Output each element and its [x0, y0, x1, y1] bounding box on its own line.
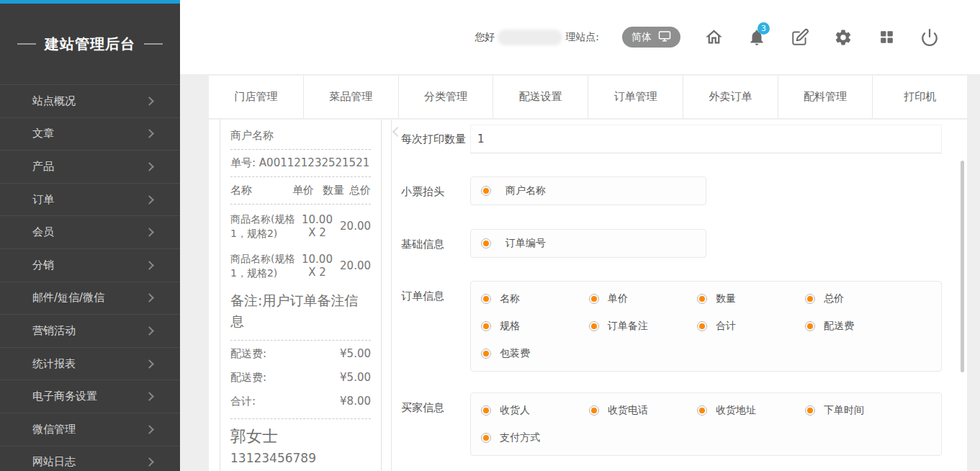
app-title: 建站管理后台 — [0, 4, 180, 84]
receipt-fees: 配送费: ¥5.00 配送费: ¥5.00 合计: ¥8.00 — [230, 347, 371, 408]
radio-selected-icon[interactable] — [589, 405, 599, 416]
printer-settings-panel: 商户名称 单号: A001121232521521 名称 单价 数量 总价 商品… — [209, 120, 967, 471]
section-options-box: 收货人 收货电话 收货地址 下单时间 支付方式 — [470, 392, 942, 456]
tab[interactable]: 订单管理 — [588, 76, 683, 118]
radio-option[interactable]: 收货电话 — [589, 404, 697, 417]
radio-option-label: 包装费 — [500, 347, 530, 360]
power-logout-icon[interactable] — [920, 27, 940, 48]
radio-option[interactable]: 总价 — [805, 292, 913, 305]
sidebar-item[interactable]: 文章 — [0, 117, 180, 151]
radio-selected-icon[interactable] — [589, 294, 599, 304]
tab[interactable]: 配送设置 — [493, 76, 588, 118]
radio-selected-icon[interactable] — [481, 405, 491, 416]
receipt-fee-row: 配送费: ¥5.00 — [230, 371, 371, 385]
radio-selected-icon[interactable] — [481, 294, 491, 304]
radio-selected-icon[interactable] — [805, 405, 815, 416]
radio-option[interactable]: 订单备注 — [589, 320, 697, 333]
divider — [230, 176, 371, 177]
radio-selected-icon[interactable] — [481, 321, 491, 331]
sidebar-item-label: 营销活动 — [32, 324, 146, 338]
sidebar-item-label: 订单 — [32, 193, 146, 207]
radio-option[interactable]: 数量 — [697, 292, 805, 305]
radio-selected-icon[interactable] — [481, 238, 491, 248]
radio-option[interactable]: 包装费 — [481, 347, 589, 360]
radio-selected-icon[interactable] — [697, 405, 707, 416]
sidebar-item[interactable]: 订单 — [0, 183, 180, 216]
divider — [230, 340, 371, 341]
item-price-qty: 10.00 X 2 — [297, 213, 338, 239]
chevron-right-icon — [145, 261, 154, 270]
fee-label: 配送费: — [230, 347, 266, 361]
print-count-label: 每次打印数量 — [401, 133, 470, 146]
sidebar-item[interactable]: 营销活动 — [0, 314, 180, 347]
radio-option[interactable]: 名称 — [481, 292, 589, 305]
settings-sections: 小票抬头 商户名称 基础信息 订单编号 订单信息 名称 单价 数量 总价 规格 — [401, 176, 942, 456]
settings-gear-icon[interactable] — [833, 27, 853, 48]
tab-label: 订单管理 — [613, 90, 657, 104]
tab[interactable]: 菜品管理 — [303, 76, 398, 118]
sidebar-item[interactable]: 邮件/短信/微信 — [0, 282, 180, 315]
radio-option-label: 订单备注 — [608, 320, 648, 333]
tab-label: 配料管理 — [804, 90, 847, 104]
notifications-bell-icon[interactable]: 3 — [747, 27, 767, 48]
settings-section-row: 订单信息 名称 单价 数量 总价 规格 订单备注 合计 配送费 包装费 — [401, 281, 942, 372]
fee-label: 合计: — [230, 395, 256, 408]
sidebar-item[interactable]: 统计报表 — [0, 347, 180, 380]
sidebar-item[interactable]: 站点概况 — [0, 84, 180, 117]
settings-form: 每次打印数量 小票抬头 商户名称 基础信息 订单编号 订单信息 名称 单价 数量 — [391, 120, 967, 471]
sidebar-item-label: 站点概况 — [32, 94, 146, 108]
home-icon[interactable] — [703, 27, 724, 48]
sidebar-item[interactable]: 电子商务设置 — [0, 380, 180, 413]
radio-option-label: 支付方式 — [500, 431, 540, 444]
vertical-scrollbar[interactable] — [961, 161, 964, 372]
radio-selected-icon[interactable] — [589, 321, 599, 331]
tab[interactable]: 打印机 — [872, 76, 967, 118]
radio-option[interactable]: 单价 — [589, 292, 697, 305]
radio-option[interactable]: 订单编号 — [481, 237, 589, 250]
radio-option[interactable]: 支付方式 — [481, 431, 589, 444]
radio-option[interactable]: 规格 — [481, 320, 589, 333]
options-row: 支付方式 — [481, 424, 941, 452]
censored-site-name — [498, 30, 562, 45]
radio-option[interactable]: 收货人 — [481, 404, 589, 417]
sidebar-item[interactable]: 产品 — [0, 150, 180, 183]
radio-option[interactable]: 下单时间 — [805, 404, 913, 417]
section-options-box: 商户名称 — [470, 176, 706, 205]
options-row: 包装费 — [481, 340, 941, 367]
section-label: 订单信息 — [401, 281, 470, 372]
sidebar-item[interactable]: 网站日志 — [0, 446, 180, 471]
radio-option[interactable]: 合计 — [697, 320, 805, 333]
sidebar-item[interactable]: 会员 — [0, 215, 180, 248]
chevron-right-icon — [145, 392, 154, 401]
tab[interactable]: 外卖订单 — [683, 76, 778, 118]
radio-selected-icon[interactable] — [697, 294, 707, 304]
tab[interactable]: 配料管理 — [778, 76, 873, 118]
radio-selected-icon[interactable] — [481, 349, 491, 359]
radio-selected-icon[interactable] — [697, 321, 707, 331]
radio-option-label: 收货人 — [500, 404, 530, 417]
fee-label: 配送费: — [230, 371, 266, 385]
tab[interactable]: 门店管理 — [209, 76, 303, 118]
sidebar-item[interactable]: 分销 — [0, 248, 180, 282]
radio-option-label: 单价 — [608, 292, 628, 305]
tab-label: 外卖订单 — [709, 90, 752, 104]
radio-selected-icon[interactable] — [481, 433, 491, 443]
chevron-right-icon — [145, 162, 154, 171]
chevron-right-icon — [145, 457, 154, 467]
radio-selected-icon[interactable] — [805, 321, 815, 331]
radio-selected-icon[interactable] — [805, 294, 815, 304]
edit-compose-icon[interactable] — [790, 27, 810, 48]
tab-label: 分类管理 — [424, 90, 467, 104]
radio-option[interactable]: 配送费 — [805, 320, 913, 333]
apps-grid-icon[interactable] — [876, 27, 896, 48]
language-button[interactable]: 简体 — [622, 27, 680, 48]
print-count-input[interactable] — [470, 125, 942, 153]
receipt-line-item: 商品名称(规格1，规格2) 10.00 X 2 20.00 — [230, 212, 371, 241]
sidebar-item-label: 会员 — [32, 225, 146, 239]
radio-option[interactable]: 商户名称 — [481, 184, 589, 197]
radio-selected-icon[interactable] — [481, 186, 491, 196]
title-dash — [17, 43, 36, 45]
tab[interactable]: 分类管理 — [398, 76, 493, 118]
sidebar-item[interactable]: 微信管理 — [0, 413, 180, 446]
radio-option[interactable]: 收货地址 — [697, 404, 805, 417]
